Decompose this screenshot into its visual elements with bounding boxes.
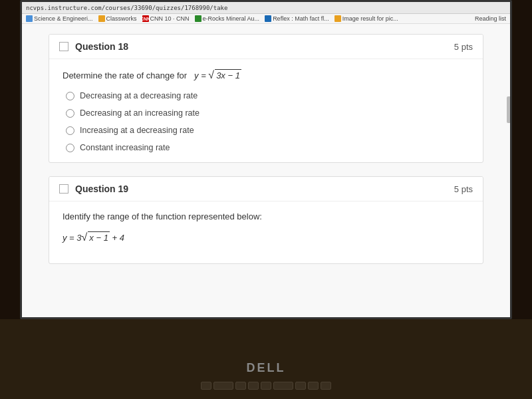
page-content: Question 18 5 pts Determine the rate of … <box>22 24 510 317</box>
question-19-formula: y = 3√x − 1 + 4 <box>63 231 469 243</box>
question-19-pts: 5 pts <box>454 184 473 194</box>
bookmark-science-label: Science & Engineeri... <box>34 15 93 22</box>
bookmark-classworks-label: Classworks <box>106 15 137 22</box>
browser-address-bar: ncvps.instructure.com/courses/33690/quiz… <box>22 2 510 14</box>
question-18-text: Determine the rate of change for y = √3x… <box>63 69 469 81</box>
option-18-1-label: Decreasing at a decreasing rate <box>80 91 198 100</box>
question-19-card: Question 19 5 pts Identify the range of … <box>49 176 483 264</box>
bookmark-erocks[interactable]: e-Rocks Mineral Au... <box>195 15 260 22</box>
question-18-title: Question 18 <box>75 41 128 52</box>
option-18-2-label: Decreasing at an increasing rate <box>80 108 200 118</box>
question-18-formula: y = √3x − 1 <box>194 70 241 80</box>
brand-label: DELL <box>247 361 286 375</box>
option-18-4[interactable]: Constant increasing rate <box>66 143 469 152</box>
option-18-2[interactable]: Decreasing at an increasing rate <box>66 108 469 118</box>
question-19-title: Question 19 <box>75 184 128 194</box>
bookmark-reflex-icon <box>265 15 271 22</box>
key[interactable] <box>295 382 306 390</box>
sqrt-19: √x − 1 <box>82 231 110 243</box>
key[interactable] <box>308 382 319 390</box>
question-18-card: Question 18 5 pts Determine the rate of … <box>49 34 483 163</box>
option-18-3-label: Increasing at a decreasing rate <box>80 126 194 135</box>
key[interactable] <box>201 382 211 390</box>
radio-18-3[interactable] <box>66 126 74 135</box>
bookmark-image[interactable]: Image result for pic... <box>334 15 398 22</box>
question-19-header: Question 19 5 pts <box>49 177 483 201</box>
key[interactable] <box>235 382 246 390</box>
key-wide[interactable] <box>213 382 233 390</box>
question-18-header: Question 18 5 pts <box>49 35 483 59</box>
radio-18-4[interactable] <box>66 144 74 152</box>
screen: ncvps.instructure.com/courses/33690/quiz… <box>20 0 512 319</box>
question-18-prefix: Determine the rate of change for <box>63 70 187 80</box>
radio-18-1[interactable] <box>66 92 74 100</box>
sqrt-expression: √3x − 1 <box>208 69 241 81</box>
key-wide-space[interactable] <box>273 382 293 390</box>
keyboard-row-1 <box>201 382 331 390</box>
bookmark-cnn[interactable]: CNN CNN 10 · CNN <box>142 15 190 22</box>
question-18-body: Determine the rate of change for y = √3x… <box>49 59 483 162</box>
question-18-pts: 5 pts <box>454 42 473 52</box>
option-18-4-label: Constant increasing rate <box>80 143 170 152</box>
bookmark-classworks-icon <box>98 15 105 22</box>
question-19-header-left: Question 19 <box>59 184 128 194</box>
sqrt-symbol: √ <box>208 69 214 81</box>
question-19-body: Identify the range of the function repre… <box>49 201 483 263</box>
bookmark-erocks-label: e-Rocks Mineral Au... <box>203 15 260 22</box>
question-18-checkbox[interactable] <box>59 42 68 51</box>
question-18-header-left: Question 18 <box>59 41 128 52</box>
radio-18-2[interactable] <box>66 109 74 118</box>
bookmarks-bar: Science & Engineeri... Classworks CNN CN… <box>22 14 510 24</box>
scrollbar-thumb[interactable] <box>507 96 510 123</box>
key[interactable] <box>321 382 331 390</box>
question-19-checkbox[interactable] <box>59 184 68 194</box>
reading-list-label: Reading list <box>475 15 506 22</box>
question-19-prefix: Identify the range of the function repre… <box>63 211 262 221</box>
option-18-3[interactable]: Increasing at a decreasing rate <box>66 126 469 135</box>
option-18-1[interactable]: Decreasing at a decreasing rate <box>66 91 469 100</box>
bookmark-science-icon <box>26 15 33 22</box>
sqrt-19-symbol: √ <box>82 231 88 243</box>
bookmark-cnn-icon: CNN <box>142 15 149 22</box>
laptop-frame: ncvps.instructure.com/courses/33690/quiz… <box>0 0 532 399</box>
bookmark-erocks-icon <box>195 15 201 22</box>
bookmark-image-label: Image result for pic... <box>342 15 398 22</box>
bookmark-reflex[interactable]: Reflex : Math fact fl... <box>265 15 329 22</box>
bookmark-classworks[interactable]: Classworks <box>98 15 137 22</box>
bookmark-cnn-label: CNN 10 · CNN <box>150 15 190 22</box>
key[interactable] <box>261 382 271 390</box>
key[interactable] <box>248 382 259 390</box>
sqrt-19-content: x − 1 <box>88 231 110 243</box>
keyboard-area: DELL <box>0 319 532 399</box>
question-19-text: Identify the range of the function repre… <box>63 211 469 221</box>
question-18-options: Decreasing at a decreasing rate Decreasi… <box>63 91 469 152</box>
bookmark-reflex-label: Reflex : Math fact fl... <box>273 15 329 22</box>
bookmark-image-icon <box>334 15 341 22</box>
reading-list-button[interactable]: Reading list <box>475 15 506 22</box>
sqrt-content: 3x − 1 <box>215 69 241 80</box>
url-text: ncvps.instructure.com/courses/33690/quiz… <box>26 5 227 11</box>
bookmark-science[interactable]: Science & Engineeri... <box>26 15 93 22</box>
